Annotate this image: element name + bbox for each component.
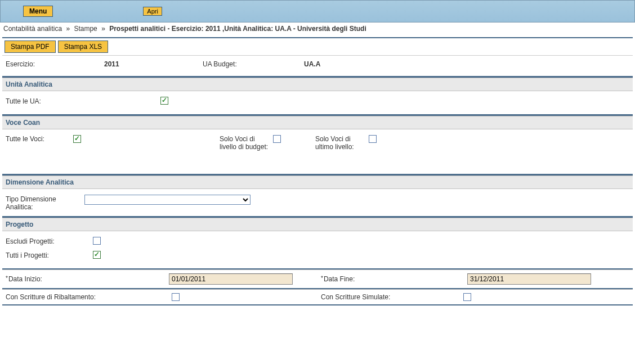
top-bar: Menu Apri xyxy=(0,0,635,23)
section-header: Progetto xyxy=(2,218,633,231)
stampa-pdf-button[interactable]: Stampa PDF xyxy=(5,41,56,53)
toolbar: Stampa PDF Stampa XLS xyxy=(2,38,633,56)
section-progetto: Progetto Escludi Progetti: Tutti i Proge… xyxy=(2,217,633,269)
tutte-le-voci-checkbox[interactable] xyxy=(73,135,81,143)
section-header: Dimensione Analitica xyxy=(2,176,633,189)
tutti-progetti-checkbox[interactable] xyxy=(93,251,101,259)
solo-voci-ultimo-checkbox[interactable] xyxy=(369,135,377,143)
data-fine-label: *Data Fine: xyxy=(321,275,467,283)
section-header: Unità Analitica xyxy=(2,78,633,91)
escludi-progetti-label: Escludi Progetti: xyxy=(6,237,84,245)
esercizio-value: 2011 xyxy=(104,60,203,68)
breadcrumb-part[interactable]: Stampe xyxy=(74,25,97,33)
section-voce-coan: Voce Coan Tutte le Voci: Solo Voci di li… xyxy=(2,115,633,175)
breadcrumb-separator: » xyxy=(101,25,105,33)
tutte-le-ua-checkbox[interactable] xyxy=(160,97,168,105)
ua-budget-label: UA Budget: xyxy=(203,60,304,68)
date-row: *Data Inizio: *Data Fine: xyxy=(2,269,633,289)
tutti-progetti-label: Tutti i Progetti: xyxy=(6,251,84,259)
ua-budget-value: UA.A xyxy=(304,60,320,68)
tipo-dimensione-select[interactable] xyxy=(84,195,251,205)
solo-voci-ultimo-label: Solo Voci di ultimo livello: xyxy=(315,135,369,151)
section-unita-analitica: Unità Analitica Tutte le UA: xyxy=(2,77,633,115)
section-header: Voce Coan xyxy=(2,116,633,129)
data-inizio-input[interactable] xyxy=(169,273,293,285)
solo-voci-budget-checkbox[interactable] xyxy=(273,135,281,143)
required-marker: * xyxy=(321,275,323,281)
tutte-le-ua-label: Tutte le UA: xyxy=(6,97,84,105)
data-fine-input[interactable] xyxy=(467,273,591,285)
breadcrumb-part[interactable]: Contabilità analitica xyxy=(3,25,62,33)
breadcrumb: Contabilità analitica » Stampe » Prospet… xyxy=(0,23,635,35)
escludi-progetti-checkbox[interactable] xyxy=(93,237,101,245)
section-dimensione-analitica: Dimensione Analitica Tipo Dimensione Ana… xyxy=(2,175,633,217)
apri-button[interactable]: Apri xyxy=(143,7,162,16)
ribaltamento-checkbox[interactable] xyxy=(172,293,180,301)
tipo-dimensione-label: Tipo Dimensione Analitica: xyxy=(6,195,84,212)
esercizio-label: Esercizio: xyxy=(6,60,104,68)
data-inizio-label: *Data Inizio: xyxy=(6,275,169,283)
simulate-checkbox[interactable] xyxy=(463,293,471,301)
breadcrumb-current: Prospetti analitici - Esercizio: 2011 ,U… xyxy=(109,25,366,33)
info-row: Esercizio: 2011 UA Budget: UA.A xyxy=(2,56,633,77)
data-fine-text: Data Fine: xyxy=(324,275,355,283)
required-marker: * xyxy=(6,275,8,281)
simulate-label: Con Scritture Simulate: xyxy=(321,293,463,301)
stampa-xls-button[interactable]: Stampa XLS xyxy=(58,41,108,53)
data-inizio-text: Data Inizio: xyxy=(8,275,42,283)
breadcrumb-separator: » xyxy=(66,25,70,33)
menu-button[interactable]: Menu xyxy=(23,6,53,17)
content: Stampa PDF Stampa XLS Esercizio: 2011 UA… xyxy=(2,37,633,305)
bottom-row: Con Scritture di Ribaltamento: Con Scrit… xyxy=(2,289,633,305)
solo-voci-budget-label: Solo Voci di livello di budget: xyxy=(220,135,273,151)
ribaltamento-label: Con Scritture di Ribaltamento: xyxy=(6,293,172,301)
tutte-le-voci-label: Tutte le Voci: xyxy=(6,135,73,151)
